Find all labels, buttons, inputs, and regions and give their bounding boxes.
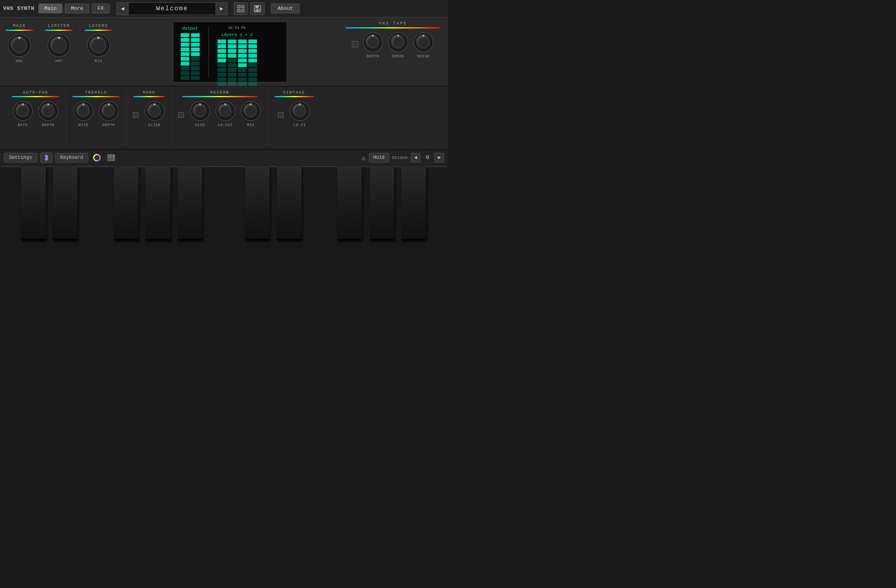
layers-rainbow-bar bbox=[85, 30, 112, 31]
svg-point-27 bbox=[397, 35, 399, 37]
mono-glide-knob[interactable]: GLIDE bbox=[144, 100, 165, 127]
tremolo-group: TREMOLO RATE bbox=[66, 90, 127, 145]
vintage-lofi-knob[interactable]: LO-FI bbox=[289, 100, 310, 127]
reverb-locut-knob[interactable]: LO-CUT bbox=[215, 100, 236, 127]
reverb-mix-knob[interactable]: MIX bbox=[240, 100, 261, 127]
seg bbox=[217, 40, 226, 43]
seg bbox=[248, 58, 257, 62]
seg bbox=[238, 77, 247, 81]
seg bbox=[181, 76, 189, 80]
mono-checkbox[interactable] bbox=[133, 112, 138, 118]
reverb-size-knob[interactable]: SIZE bbox=[189, 100, 211, 127]
tape-speed-knob[interactable]: SPEED bbox=[388, 32, 409, 58]
black-key-cs2[interactable] bbox=[21, 166, 45, 240]
preset-next-button[interactable]: ▶ bbox=[215, 2, 227, 15]
tape-noise-knob[interactable]: NOISE bbox=[413, 32, 434, 58]
autopan-depth-knob[interactable]: DEPTH bbox=[38, 100, 59, 127]
mono-label: MONO bbox=[143, 90, 155, 95]
seg bbox=[217, 44, 226, 48]
autopan-rate-knob[interactable]: RATE bbox=[12, 100, 34, 127]
vu-layers-label: Layers 1 + 2 bbox=[221, 32, 253, 37]
preset-prev-button[interactable]: ◀ bbox=[117, 2, 129, 15]
mono-knobs: GLIDE bbox=[133, 100, 165, 127]
seg bbox=[248, 40, 257, 43]
svg-rect-7 bbox=[256, 9, 259, 11]
black-key-ds2[interactable] bbox=[53, 166, 78, 240]
bluetooth-button[interactable] bbox=[40, 153, 52, 163]
seg bbox=[238, 68, 247, 72]
keyboard-button[interactable]: Keyboard bbox=[55, 153, 89, 162]
hold-button[interactable]: Hold bbox=[369, 153, 389, 162]
octave-down-button[interactable]: ◀ bbox=[411, 153, 420, 162]
svg-point-69 bbox=[95, 156, 98, 159]
seg bbox=[191, 38, 200, 42]
vhs-tape-checkbox[interactable] bbox=[352, 41, 358, 47]
black-key-gs3[interactable] bbox=[370, 166, 394, 240]
seg bbox=[228, 82, 236, 86]
seg bbox=[191, 62, 200, 66]
seg bbox=[238, 82, 247, 86]
autopan-rate-label: RATE bbox=[18, 123, 28, 127]
black-key-ds3[interactable] bbox=[277, 166, 301, 240]
octave-up-button[interactable]: ▶ bbox=[435, 153, 444, 162]
layers-label: LAYERS bbox=[89, 24, 108, 28]
mix-knob-svg bbox=[86, 33, 111, 58]
seg bbox=[181, 43, 189, 47]
tremolo-rate-svg bbox=[73, 100, 94, 122]
color-wheel-button[interactable] bbox=[91, 152, 102, 163]
warning-button[interactable]: ⚠ bbox=[361, 153, 366, 162]
vol-knob[interactable]: VOL bbox=[7, 33, 32, 63]
reverb-size-label: SIZE bbox=[195, 123, 205, 127]
limiter-rainbow-bar bbox=[45, 30, 73, 31]
more-nav-button[interactable]: More bbox=[65, 4, 89, 13]
seg bbox=[238, 58, 247, 62]
seg bbox=[181, 71, 189, 75]
top-bar: VHS SYNTH Main More FX ◀ Welcome ▶ bbox=[0, 0, 448, 17]
save-icon-button[interactable] bbox=[250, 2, 265, 15]
black-key-as2[interactable] bbox=[178, 166, 202, 240]
vu-output-label: Output bbox=[182, 26, 198, 31]
seg bbox=[181, 47, 189, 51]
grid-icon-button[interactable] bbox=[234, 2, 248, 15]
svg-point-19 bbox=[97, 37, 100, 39]
seg bbox=[181, 62, 189, 66]
svg-point-47 bbox=[108, 104, 110, 106]
main-section: MAIN bbox=[0, 17, 448, 87]
amt-knob[interactable]: AMT bbox=[47, 33, 71, 63]
vintage-bar bbox=[274, 96, 314, 97]
black-key-gs2[interactable] bbox=[146, 166, 170, 240]
settings-button[interactable]: Settings bbox=[4, 153, 37, 162]
fx-nav-button[interactable]: FX bbox=[92, 4, 110, 13]
vhs-tape-label: VHS TAPE bbox=[379, 21, 407, 26]
black-key-as3[interactable] bbox=[401, 166, 426, 240]
tremolo-rate-knob[interactable]: RATE bbox=[73, 100, 94, 127]
seg bbox=[191, 71, 200, 75]
tape-depth-knob[interactable]: DEPTH bbox=[362, 32, 384, 58]
tremolo-depth-knob[interactable]: DEPTH bbox=[98, 100, 119, 127]
black-key-fs3[interactable] bbox=[337, 166, 362, 240]
about-button[interactable]: About bbox=[271, 4, 300, 13]
reverb-checkbox[interactable] bbox=[178, 112, 184, 118]
svg-point-43 bbox=[83, 104, 85, 106]
svg-point-10 bbox=[12, 38, 26, 53]
tape-noise-knob-svg bbox=[413, 32, 434, 53]
black-key-cs3[interactable] bbox=[245, 166, 270, 240]
black-key-fs2[interactable] bbox=[114, 166, 138, 240]
svg-point-51 bbox=[154, 104, 156, 106]
piano-button[interactable] bbox=[106, 152, 117, 163]
tape-speed-knob-svg bbox=[388, 32, 409, 53]
vintage-checkbox[interactable] bbox=[278, 112, 284, 118]
seg bbox=[248, 49, 257, 53]
seg bbox=[191, 52, 200, 56]
main-label: MAIN bbox=[13, 24, 26, 28]
main-nav-button[interactable]: Main bbox=[38, 4, 62, 13]
seg bbox=[228, 58, 236, 62]
vu-layer2-bar-left bbox=[238, 40, 247, 86]
seg bbox=[228, 40, 236, 43]
app-title: VHS SYNTH bbox=[3, 6, 34, 11]
svg-point-22 bbox=[367, 37, 378, 48]
mono-bar bbox=[133, 96, 165, 97]
mix-knob[interactable]: MIX bbox=[86, 33, 111, 63]
auto-pan-knobs: RATE DEPTH bbox=[12, 100, 59, 127]
seg bbox=[217, 58, 226, 62]
